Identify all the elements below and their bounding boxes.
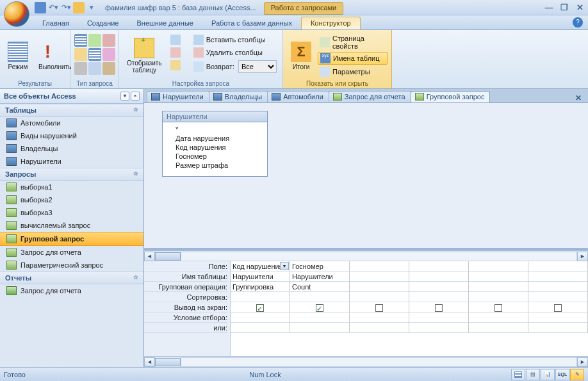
minimize-button[interactable]: — xyxy=(543,3,555,12)
grid-cell[interactable] xyxy=(290,302,350,312)
union-icon[interactable] xyxy=(102,48,115,61)
show-checkbox[interactable] xyxy=(554,304,562,312)
sql-view-button[interactable]: SQL xyxy=(555,369,569,380)
grid-cell[interactable] xyxy=(350,292,409,302)
show-checkbox[interactable] xyxy=(375,304,383,312)
scroll-left-icon[interactable]: ◄ xyxy=(144,357,155,367)
doc-tab[interactable]: Запрос для отчета xyxy=(329,91,411,102)
grid-cell[interactable] xyxy=(350,312,409,323)
doc-tab[interactable]: Автомобили xyxy=(267,91,329,102)
grid-cell[interactable] xyxy=(350,272,409,282)
undo-button[interactable]: ↶▾ xyxy=(47,2,59,13)
save-icon[interactable] xyxy=(35,2,46,13)
upper-hscroll[interactable]: ◄ ► xyxy=(144,250,588,261)
grid-cell[interactable] xyxy=(231,323,290,333)
ribbon-tab-работа с базами данных[interactable]: Работа с базами данных xyxy=(202,17,301,29)
grid-cell[interactable] xyxy=(528,261,588,272)
grid-cell[interactable] xyxy=(290,312,350,323)
nav-collapse-icon[interactable]: « xyxy=(131,92,140,101)
grid-cell[interactable] xyxy=(231,302,290,312)
nav-section-Запросы[interactable]: Запросы☆ xyxy=(0,168,143,181)
append-query-icon[interactable] xyxy=(74,48,87,61)
grid-columns[interactable]: Код нарушения▾ГосномерНарушителиНарушите… xyxy=(231,261,588,356)
grid-cell[interactable] xyxy=(409,272,469,282)
pivot-view-button[interactable]: ▤ xyxy=(526,369,540,380)
grid-cell[interactable] xyxy=(350,282,409,292)
field-item[interactable]: Размер штрафа xyxy=(167,161,263,170)
grid-cell[interactable]: Нарушители xyxy=(290,272,350,282)
office-button[interactable] xyxy=(4,1,29,27)
grid-cell[interactable] xyxy=(528,302,588,312)
scroll-right-icon[interactable]: ► xyxy=(577,357,588,367)
insert-rows-button[interactable] xyxy=(168,34,189,45)
scroll-track[interactable] xyxy=(181,252,577,261)
show-checkbox[interactable] xyxy=(256,304,264,312)
grid-cell[interactable] xyxy=(528,323,588,333)
nav-item[interactable]: выборка2 xyxy=(0,193,143,206)
ribbon-tab-создание[interactable]: Создание xyxy=(78,17,128,29)
field-item[interactable]: Дата нарушения xyxy=(167,134,263,143)
scroll-thumb[interactable] xyxy=(155,358,181,366)
close-button[interactable]: ✕ xyxy=(574,3,585,12)
scroll-right-icon[interactable]: ► xyxy=(577,252,588,261)
nav-section-Отчеты[interactable]: Отчеты☆ xyxy=(0,272,143,284)
nav-item[interactable]: Запрос для отчета xyxy=(0,246,143,259)
close-tab-button[interactable]: ✕ xyxy=(573,93,584,102)
nav-item[interactable]: Виды нарушений xyxy=(0,129,143,142)
show-checkbox[interactable] xyxy=(435,304,443,312)
grid-cell[interactable] xyxy=(469,272,528,282)
builder-button[interactable] xyxy=(168,60,189,71)
grid-cell[interactable] xyxy=(469,261,528,272)
nav-dropdown-icon[interactable]: ▾ xyxy=(120,92,129,101)
passthrough-icon[interactable] xyxy=(88,62,101,75)
ribbon-tab-внешние данные[interactable]: Внешние данные xyxy=(128,17,202,29)
return-select[interactable]: Все xyxy=(238,60,277,73)
grid-cell[interactable] xyxy=(409,312,469,323)
grid-cell[interactable] xyxy=(469,282,528,292)
qat-customize[interactable]: ▾ xyxy=(86,2,97,13)
dropdown-icon[interactable]: ▾ xyxy=(280,262,289,270)
data-def-icon[interactable] xyxy=(102,62,115,75)
grid-cell[interactable] xyxy=(528,272,588,282)
lower-hscroll[interactable]: ◄ ► xyxy=(144,356,588,367)
field-item[interactable]: Код нарушения xyxy=(167,143,263,152)
context-tab[interactable]: Работа с запросами xyxy=(264,2,344,15)
crosstab-icon[interactable] xyxy=(102,34,115,47)
doc-tab[interactable]: Нарушители xyxy=(147,91,209,102)
nav-header[interactable]: Все объекты Access ▾« xyxy=(0,89,143,104)
doc-tab[interactable]: Владельцы xyxy=(209,91,268,102)
nav-item[interactable]: выборка1 xyxy=(0,181,143,193)
delete-query-icon[interactable] xyxy=(74,62,87,75)
nav-item[interactable]: Автомобили xyxy=(0,117,143,129)
grid-cell[interactable] xyxy=(409,261,469,272)
help-button[interactable]: ? xyxy=(573,17,583,28)
nav-item[interactable]: Групповой запрос xyxy=(0,232,143,246)
grid-cell[interactable] xyxy=(469,312,528,323)
grid-cell[interactable] xyxy=(231,292,290,302)
nav-item[interactable]: Нарушители xyxy=(0,155,143,168)
show-table-button[interactable]: + Отобразитьтаблицу xyxy=(123,34,166,77)
delete-cols-button[interactable]: Удалить столбцы xyxy=(192,47,279,58)
grid-cell[interactable] xyxy=(469,292,528,302)
datasheet-view-button[interactable] xyxy=(511,369,525,380)
view-mode-button[interactable]: Режим xyxy=(4,34,32,77)
nav-item[interactable]: вычисляемый запрос xyxy=(0,219,143,232)
show-checkbox[interactable] xyxy=(494,304,502,312)
grid-cell[interactable] xyxy=(528,312,588,323)
nav-item[interactable]: Параметрический запрос xyxy=(0,259,143,272)
grid-cell[interactable] xyxy=(469,323,528,333)
field-item[interactable]: Госномер xyxy=(167,152,263,161)
chart-view-button[interactable]: 📊 xyxy=(541,369,555,380)
open-icon[interactable] xyxy=(73,2,85,13)
ribbon-tab-главная[interactable]: Главная xyxy=(33,17,78,29)
grid-cell[interactable] xyxy=(350,261,409,272)
design-view-button[interactable]: ✎ xyxy=(570,369,584,380)
grid-cell[interactable] xyxy=(409,323,469,333)
grid-cell[interactable]: Госномер xyxy=(290,261,350,272)
grid-cell[interactable] xyxy=(409,292,469,302)
grid-cell[interactable]: Код нарушения▾ xyxy=(231,261,290,272)
grid-cell[interactable]: Нарушители xyxy=(231,272,290,282)
grid-cell[interactable] xyxy=(528,292,588,302)
run-button[interactable]: ! Выполнить xyxy=(35,34,75,77)
delete-rows-button[interactable] xyxy=(168,47,189,58)
